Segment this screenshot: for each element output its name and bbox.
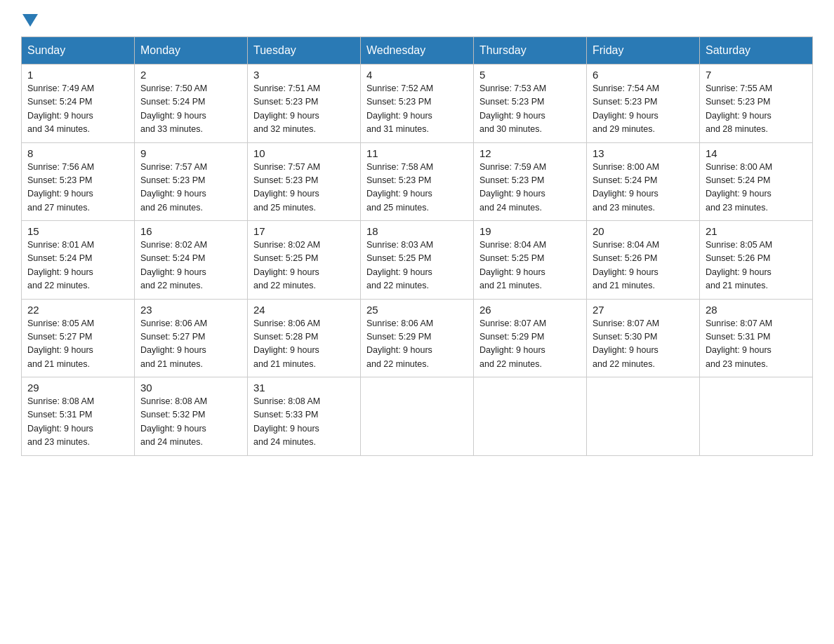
day-info: Sunrise: 8:03 AMSunset: 5:25 PMDaylight:… (366, 240, 433, 290)
day-cell-22: 22 Sunrise: 8:05 AMSunset: 5:27 PMDaylig… (22, 299, 135, 377)
day-number: 2 (140, 69, 241, 81)
day-info: Sunrise: 7:49 AMSunset: 5:24 PMDaylight:… (27, 83, 94, 134)
week-row-3: 15 Sunrise: 8:01 AMSunset: 5:24 PMDaylig… (22, 221, 813, 300)
logo-triangle-icon (22, 14, 38, 27)
day-info: Sunrise: 8:08 AMSunset: 5:32 PMDaylight:… (140, 396, 207, 447)
day-cell-27: 27 Sunrise: 8:07 AMSunset: 5:30 PMDaylig… (587, 299, 700, 377)
weekday-header-friday: Friday (587, 37, 700, 65)
day-number: 15 (27, 225, 128, 237)
logo (21, 14, 38, 24)
day-number: 17 (253, 225, 355, 237)
day-cell-9: 9 Sunrise: 7:57 AMSunset: 5:23 PMDayligh… (135, 142, 248, 221)
day-cell-15: 15 Sunrise: 8:01 AMSunset: 5:24 PMDaylig… (22, 221, 135, 300)
day-info: Sunrise: 8:07 AMSunset: 5:30 PMDaylight:… (593, 318, 659, 369)
day-cell-11: 11 Sunrise: 7:58 AMSunset: 5:23 PMDaylig… (361, 142, 474, 221)
day-info: Sunrise: 8:08 AMSunset: 5:33 PMDaylight:… (253, 396, 320, 447)
day-info: Sunrise: 8:06 AMSunset: 5:27 PMDaylight:… (140, 318, 207, 369)
day-cell-5: 5 Sunrise: 7:53 AMSunset: 5:23 PMDayligh… (474, 65, 587, 143)
day-number: 18 (366, 225, 468, 237)
day-number: 19 (479, 225, 581, 237)
weekday-header-sunday: Sunday (22, 37, 135, 65)
day-cell-20: 20 Sunrise: 8:04 AMSunset: 5:26 PMDaylig… (587, 221, 700, 300)
week-row-4: 22 Sunrise: 8:05 AMSunset: 5:27 PMDaylig… (22, 299, 813, 377)
day-cell-24: 24 Sunrise: 8:06 AMSunset: 5:28 PMDaylig… (248, 299, 361, 377)
day-info: Sunrise: 7:53 AMSunset: 5:23 PMDaylight:… (479, 83, 546, 134)
day-number: 29 (27, 382, 128, 394)
day-cell-7: 7 Sunrise: 7:55 AMSunset: 5:23 PMDayligh… (700, 65, 813, 143)
week-row-1: 1 Sunrise: 7:49 AMSunset: 5:24 PMDayligh… (22, 65, 813, 143)
day-info: Sunrise: 7:54 AMSunset: 5:23 PMDaylight:… (593, 83, 659, 134)
weekday-header-saturday: Saturday (700, 37, 813, 65)
day-cell-13: 13 Sunrise: 8:00 AMSunset: 5:24 PMDaylig… (587, 142, 700, 221)
day-number: 3 (253, 69, 355, 81)
day-cell-21: 21 Sunrise: 8:05 AMSunset: 5:26 PMDaylig… (700, 221, 813, 300)
day-number: 5 (479, 69, 581, 81)
day-cell-14: 14 Sunrise: 8:00 AMSunset: 5:24 PMDaylig… (700, 142, 813, 221)
day-number: 1 (27, 69, 128, 81)
day-info: Sunrise: 8:06 AMSunset: 5:28 PMDaylight:… (253, 318, 320, 369)
day-cell-4: 4 Sunrise: 7:52 AMSunset: 5:23 PMDayligh… (361, 65, 474, 143)
day-cell-3: 3 Sunrise: 7:51 AMSunset: 5:23 PMDayligh… (248, 65, 361, 143)
day-info: Sunrise: 8:05 AMSunset: 5:26 PMDaylight:… (706, 240, 772, 290)
day-number: 11 (366, 147, 468, 159)
day-cell-1: 1 Sunrise: 7:49 AMSunset: 5:24 PMDayligh… (22, 65, 135, 143)
day-number: 22 (27, 304, 128, 316)
day-number: 13 (593, 147, 694, 159)
day-info: Sunrise: 7:52 AMSunset: 5:23 PMDaylight:… (366, 83, 433, 134)
day-number: 6 (593, 69, 694, 81)
empty-cell (361, 377, 474, 456)
day-number: 28 (706, 304, 807, 316)
day-number: 26 (479, 304, 581, 316)
day-cell-26: 26 Sunrise: 8:07 AMSunset: 5:29 PMDaylig… (474, 299, 587, 377)
weekday-header-monday: Monday (135, 37, 248, 65)
day-number: 4 (366, 69, 468, 81)
day-info: Sunrise: 8:01 AMSunset: 5:24 PMDaylight:… (27, 240, 94, 290)
weekday-header-wednesday: Wednesday (361, 37, 474, 65)
day-cell-19: 19 Sunrise: 8:04 AMSunset: 5:25 PMDaylig… (474, 221, 587, 300)
week-row-5: 29 Sunrise: 8:08 AMSunset: 5:31 PMDaylig… (22, 377, 813, 456)
day-cell-30: 30 Sunrise: 8:08 AMSunset: 5:32 PMDaylig… (135, 377, 248, 456)
day-info: Sunrise: 8:05 AMSunset: 5:27 PMDaylight:… (27, 318, 94, 369)
day-info: Sunrise: 7:55 AMSunset: 5:23 PMDaylight:… (706, 83, 772, 134)
weekday-header-tuesday: Tuesday (248, 37, 361, 65)
empty-cell (700, 377, 813, 456)
day-info: Sunrise: 7:59 AMSunset: 5:23 PMDaylight:… (479, 162, 546, 213)
day-cell-8: 8 Sunrise: 7:56 AMSunset: 5:23 PMDayligh… (22, 142, 135, 221)
day-info: Sunrise: 8:04 AMSunset: 5:25 PMDaylight:… (479, 240, 546, 290)
day-info: Sunrise: 8:07 AMSunset: 5:29 PMDaylight:… (479, 318, 546, 369)
day-cell-29: 29 Sunrise: 8:08 AMSunset: 5:31 PMDaylig… (22, 377, 135, 456)
day-number: 23 (140, 304, 241, 316)
day-info: Sunrise: 8:02 AMSunset: 5:25 PMDaylight:… (253, 240, 320, 290)
day-number: 10 (253, 147, 355, 159)
day-number: 25 (366, 304, 468, 316)
day-info: Sunrise: 8:04 AMSunset: 5:26 PMDaylight:… (593, 240, 659, 290)
day-number: 30 (140, 382, 241, 394)
day-info: Sunrise: 8:02 AMSunset: 5:24 PMDaylight:… (140, 240, 207, 290)
empty-cell (587, 377, 700, 456)
day-cell-28: 28 Sunrise: 8:07 AMSunset: 5:31 PMDaylig… (700, 299, 813, 377)
calendar-table: SundayMondayTuesdayWednesdayThursdayFrid… (21, 36, 813, 456)
day-cell-6: 6 Sunrise: 7:54 AMSunset: 5:23 PMDayligh… (587, 65, 700, 143)
day-number: 7 (706, 69, 807, 81)
page-header (21, 14, 813, 24)
day-info: Sunrise: 7:56 AMSunset: 5:23 PMDaylight:… (27, 162, 94, 213)
day-cell-23: 23 Sunrise: 8:06 AMSunset: 5:27 PMDaylig… (135, 299, 248, 377)
day-cell-31: 31 Sunrise: 8:08 AMSunset: 5:33 PMDaylig… (248, 377, 361, 456)
day-cell-25: 25 Sunrise: 8:06 AMSunset: 5:29 PMDaylig… (361, 299, 474, 377)
day-number: 16 (140, 225, 241, 237)
day-number: 31 (253, 382, 355, 394)
day-cell-18: 18 Sunrise: 8:03 AMSunset: 5:25 PMDaylig… (361, 221, 474, 300)
weekday-header-thursday: Thursday (474, 37, 587, 65)
day-cell-2: 2 Sunrise: 7:50 AMSunset: 5:24 PMDayligh… (135, 65, 248, 143)
day-info: Sunrise: 7:57 AMSunset: 5:23 PMDaylight:… (140, 162, 207, 213)
day-number: 14 (706, 147, 807, 159)
day-info: Sunrise: 8:08 AMSunset: 5:31 PMDaylight:… (27, 396, 94, 447)
day-info: Sunrise: 8:07 AMSunset: 5:31 PMDaylight:… (706, 318, 772, 369)
day-cell-10: 10 Sunrise: 7:57 AMSunset: 5:23 PMDaylig… (248, 142, 361, 221)
day-cell-16: 16 Sunrise: 8:02 AMSunset: 5:24 PMDaylig… (135, 221, 248, 300)
day-cell-17: 17 Sunrise: 8:02 AMSunset: 5:25 PMDaylig… (248, 221, 361, 300)
day-number: 9 (140, 147, 241, 159)
day-number: 20 (593, 225, 694, 237)
day-info: Sunrise: 8:06 AMSunset: 5:29 PMDaylight:… (366, 318, 433, 369)
empty-cell (474, 377, 587, 456)
